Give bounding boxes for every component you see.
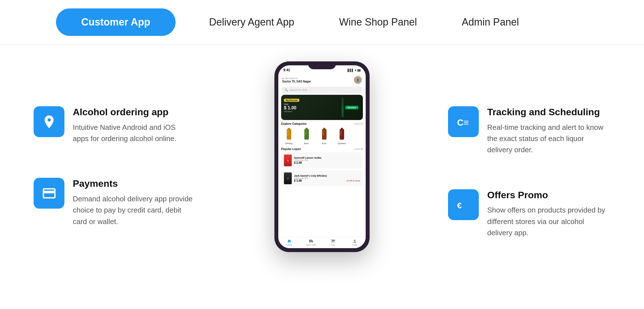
rum-label: Rum — [322, 142, 326, 145]
categories-title: Explore Categories — [281, 122, 307, 125]
phone-mockup: 9:41 ▌▌▌ ▾ ▮▮ ● DELIVER TO — [274, 61, 370, 252]
sparkler-image — [337, 127, 347, 141]
popular-title: Popular Liquor — [281, 147, 301, 151]
feature-ordering-desc: Intuitive Native Android and iOS apps fo… — [73, 122, 193, 144]
nav-quick-order[interactable]: Quick Order — [300, 239, 322, 246]
feature-tracking-text: Tracking and Scheduling Real-time tracki… — [487, 106, 608, 156]
avatar: 👤 — [354, 76, 362, 84]
wifi-icon: ▾ — [355, 69, 356, 72]
tracking-icon: C≡ — [448, 106, 479, 137]
vodka-desc: 375ml Can | 5% — [294, 159, 360, 161]
tab-customer-app[interactable]: Customer App — [56, 8, 176, 36]
svg-rect-5 — [305, 130, 306, 136]
app-header: ● DELIVER TO Sector 75, SAS Nagar 👤 — [278, 74, 366, 86]
vodka-info: Smirnoff Lemon Vodka 375ml Can | 5% $ 2.… — [294, 156, 360, 164]
tab-delivery-agent-app[interactable]: Delivery Agent App — [198, 13, 305, 31]
category-beer[interactable]: Beer — [299, 127, 314, 145]
svg-text:C≡: C≡ — [457, 117, 469, 128]
tab-wine-shop-panel[interactable]: Wine Shop Panel — [328, 13, 428, 31]
feature-tracking-title: Tracking and Scheduling — [487, 106, 608, 118]
whiskey-desc: 330ml Can | 8% — [294, 177, 360, 179]
phone-mockup-container: 9:41 ▌▌▌ ▾ ▮▮ ● DELIVER TO — [196, 61, 448, 252]
sparkler-label: Sparkler — [338, 142, 346, 145]
feature-ordering-text: Alcohol ordering app Intuitive Native An… — [73, 106, 193, 144]
status-time: 9:41 — [283, 68, 290, 72]
location-pin-icon — [34, 106, 64, 137]
svg-rect-3 — [305, 128, 308, 129]
search-placeholder: Search for drink — [290, 89, 307, 91]
category-sparkler[interactable]: Sparkler — [334, 127, 349, 145]
svg-text:€: € — [457, 201, 462, 210]
whiskey-can-image: J — [284, 172, 292, 184]
feature-payments: Payments Demand alcohol delivery app pro… — [34, 178, 196, 227]
feature-tracking-desc: Real-time tracking and alert to know the… — [487, 122, 608, 156]
whisky-image — [284, 127, 294, 141]
category-whisky[interactable]: Whisky — [281, 127, 297, 145]
feature-offers-text: Offers Promo Show offers on products pro… — [487, 189, 608, 239]
whiskey-info: Jack Daniel's Cola Whiskey 330ml Can | 8… — [294, 174, 360, 182]
feature-ordering: Alcohol ordering app Intuitive Native An… — [34, 106, 196, 144]
categories-header: Explore Categories Show All — [278, 122, 366, 127]
svg-rect-11 — [340, 130, 342, 136]
svg-rect-6 — [323, 128, 325, 129]
whiskey-price: $ 3.98 — [294, 179, 302, 182]
feature-payments-text: Payments Demand alcohol delivery app pro… — [73, 178, 193, 227]
left-feature-list: Alcohol ordering app Intuitive Native An… — [34, 61, 196, 227]
deliver-to-label: ● DELIVER TO — [282, 77, 311, 80]
offers-icon: € — [448, 189, 479, 220]
signal-icon: ▌▌▌ — [348, 69, 354, 72]
vodka-name: Smirnoff Lemon Vodka — [294, 156, 360, 159]
feature-payments-title: Payments — [73, 178, 193, 189]
app-screen-content: ● DELIVER TO Sector 75, SAS Nagar 👤 🔍 Se… — [278, 74, 366, 246]
heineken-label: Heineken — [345, 106, 358, 109]
liquor-item-whiskey[interactable]: J Jack Daniel's Cola Whiskey 330ml Can |… — [281, 170, 363, 186]
main-content: Alcohol ordering app Intuitive Native An… — [0, 45, 644, 269]
nav-cart[interactable]: Cart — [322, 239, 344, 246]
popular-show-all[interactable]: Show All — [354, 148, 363, 150]
phone-notch — [308, 61, 336, 69]
phone-screen: 9:41 ▌▌▌ ▾ ▮▮ ● DELIVER TO — [278, 65, 366, 248]
categories-show-all[interactable]: Show All — [354, 123, 363, 125]
feature-offers: € Offers Promo Show offers on products p… — [448, 189, 610, 239]
feature-payments-desc: Demand alcohol delivery app provide choi… — [73, 193, 193, 227]
status-icons: ▌▌▌ ▾ ▮▮ — [348, 69, 361, 72]
vodka-can-image: S — [284, 154, 292, 166]
vodka-price: $ 2.98 — [294, 161, 360, 164]
feature-offers-desc: Show offers on products provided by diff… — [487, 204, 608, 238]
categories-list: Whisky Beer Rum — [278, 127, 366, 147]
deliver-to-section: ● DELIVER TO Sector 75, SAS Nagar — [282, 77, 311, 83]
rum-image — [319, 127, 329, 141]
popular-header: Popular Liquor Show All — [278, 147, 366, 152]
beer-image — [302, 127, 312, 141]
beer-label: Beer — [304, 142, 309, 145]
promo-banner: Big Discount Only $ 1.00 Heineken Heinek… — [281, 95, 363, 120]
feature-offers-title: Offers Promo — [487, 189, 608, 201]
svg-rect-8 — [323, 130, 324, 136]
right-feature-list: C≡ Tracking and Scheduling Real-time tra… — [448, 61, 610, 238]
whisky-label: Whisky — [285, 142, 293, 145]
feature-ordering-title: Alcohol ordering app — [73, 106, 193, 118]
search-bar[interactable]: 🔍 Search for drink — [281, 87, 363, 93]
svg-rect-2 — [287, 130, 289, 136]
deliver-address: Sector 75, SAS Nagar — [282, 80, 311, 83]
whiskey-name: Jack Daniel's Cola Whiskey — [294, 174, 360, 177]
svg-rect-9 — [341, 128, 343, 129]
nav-home[interactable]: Home — [278, 239, 300, 246]
banner-badge: Big Discount — [284, 99, 299, 102]
bottom-navigation: Home Quick Order Cart Profile — [278, 237, 366, 246]
category-rum[interactable]: Rum — [316, 127, 332, 145]
top-navigation: Customer App Delivery Agent App Wine Sho… — [0, 0, 644, 45]
battery-icon: ▮▮ — [357, 69, 361, 72]
bottle-shape — [342, 98, 344, 117]
svg-rect-0 — [288, 128, 290, 129]
liquor-item-vodka[interactable]: S Smirnoff Lemon Vodka 375ml Can | 5% $ … — [281, 152, 363, 169]
payment-card-icon — [34, 178, 64, 209]
whiskey-badge: 10 left in stock — [346, 180, 360, 182]
banner-bottle: Heineken — [342, 96, 358, 118]
liquor-list: S Smirnoff Lemon Vodka 375ml Can | 5% $ … — [278, 152, 366, 186]
nav-profile[interactable]: Profile — [344, 239, 366, 246]
tab-admin-panel[interactable]: Admin Panel — [451, 13, 530, 31]
search-icon: 🔍 — [284, 88, 288, 91]
feature-tracking: C≡ Tracking and Scheduling Real-time tra… — [448, 106, 610, 156]
